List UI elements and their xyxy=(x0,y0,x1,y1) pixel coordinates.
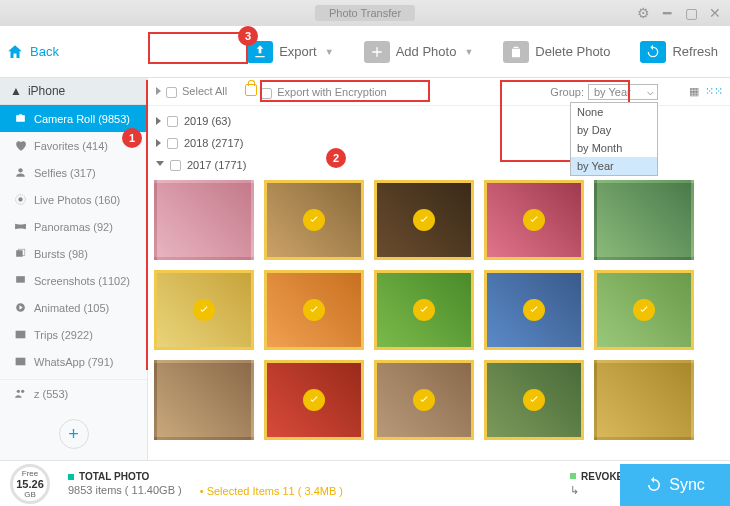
add-photo-button[interactable]: Add Photo ▼ xyxy=(358,37,480,67)
group-select[interactable]: Group: by Year None by Day by Month by Y… xyxy=(550,84,658,100)
check-icon xyxy=(193,299,215,321)
live-icon xyxy=(14,193,27,206)
photo-thumb[interactable] xyxy=(154,360,254,440)
check-icon xyxy=(523,209,545,231)
sync-icon xyxy=(645,476,663,494)
check-icon xyxy=(413,299,435,321)
photo-thumb[interactable] xyxy=(264,180,364,260)
people-icon xyxy=(14,387,27,400)
screenshot-icon xyxy=(14,274,27,287)
sidebar-item-favorites[interactable]: Favorites (414) xyxy=(0,132,147,159)
check-icon xyxy=(413,389,435,411)
sidebar-item-camera-roll[interactable]: Camera Roll (9853) xyxy=(0,105,147,132)
heart-icon xyxy=(14,139,27,152)
whatsapp-icon xyxy=(14,355,27,368)
trips-icon xyxy=(14,328,27,341)
bottombar: Free 15.26 GB TOTAL PHOTO 9853 items ( 1… xyxy=(0,460,730,506)
check-icon xyxy=(303,389,325,411)
refresh-button[interactable]: Refresh xyxy=(634,37,724,67)
device-icon: ▲ xyxy=(10,84,22,98)
photo-thumb[interactable] xyxy=(484,270,584,350)
free-space: Free 15.26 GB xyxy=(10,464,50,504)
sidebar-item-animated[interactable]: Animated (105) xyxy=(0,294,147,321)
export-encryption-toggle[interactable]: Export with Encryption xyxy=(245,84,386,99)
svg-rect-8 xyxy=(16,331,26,339)
window-title: Photo Transfer xyxy=(315,5,415,21)
animated-icon xyxy=(14,301,27,314)
photo-thumb[interactable] xyxy=(374,360,474,440)
add-photo-icon xyxy=(364,41,390,63)
sidebar-item-selfies[interactable]: Selfies (317) xyxy=(0,159,147,186)
add-album-button[interactable]: + xyxy=(59,419,89,449)
photo-thumb[interactable] xyxy=(154,270,254,350)
check-icon xyxy=(523,299,545,321)
close-icon[interactable]: ✕ xyxy=(708,6,722,20)
svg-rect-6 xyxy=(16,276,25,283)
delete-photo-button[interactable]: Delete Photo xyxy=(497,37,616,67)
group-option[interactable]: by Year xyxy=(571,157,657,175)
photo-thumb[interactable] xyxy=(154,180,254,260)
photo-thumb[interactable] xyxy=(594,270,694,350)
svg-point-2 xyxy=(18,197,22,201)
photo-thumb[interactable] xyxy=(374,270,474,350)
sidebar-item-livephotos[interactable]: Live Photos (160) xyxy=(0,186,147,213)
refresh-icon xyxy=(640,41,666,63)
export-button[interactable]: Export ▼ xyxy=(241,37,340,67)
group-option[interactable]: by Day xyxy=(571,121,657,139)
photo-thumb[interactable] xyxy=(594,180,694,260)
topbar: Back Export ▼ Add Photo ▼ Delete Photo R… xyxy=(0,26,730,78)
check-icon xyxy=(303,299,325,321)
svg-point-0 xyxy=(19,117,22,120)
svg-point-1 xyxy=(18,168,22,172)
titlebar: Photo Transfer ⚙ ━ ▢ ✕ xyxy=(0,0,730,26)
group-dropdown[interactable]: by Year xyxy=(588,84,658,100)
grid-view-icon[interactable]: ⁙⁙ xyxy=(706,84,722,100)
svg-point-11 xyxy=(21,390,24,393)
photo-thumb[interactable] xyxy=(594,360,694,440)
sidebar-item-screenshots[interactable]: Screenshots (1102) xyxy=(0,267,147,294)
annotation-line xyxy=(146,80,148,370)
group-option[interactable]: None xyxy=(571,103,657,121)
list-view-icon[interactable]: ▦ xyxy=(686,84,702,100)
lock-icon xyxy=(245,84,257,96)
check-icon xyxy=(633,299,655,321)
group-dropdown-menu[interactable]: None by Day by Month by Year xyxy=(570,102,658,176)
maximize-icon[interactable]: ▢ xyxy=(684,6,698,20)
selfie-icon xyxy=(14,166,27,179)
camera-icon xyxy=(14,112,27,125)
photo-thumb[interactable] xyxy=(264,360,364,440)
sidebar-item-panoramas[interactable]: Panoramas (92) xyxy=(0,213,147,240)
content: Select All Export with Encryption Group:… xyxy=(148,78,730,460)
sidebar-item-bursts[interactable]: Bursts (98) xyxy=(0,240,147,267)
back-label: Back xyxy=(30,44,59,59)
select-all-checkbox[interactable]: Select All xyxy=(156,85,227,98)
options-row: Select All Export with Encryption Group:… xyxy=(148,78,730,106)
sidebar-device[interactable]: ▲ iPhone xyxy=(0,78,147,105)
minimize-icon[interactable]: ━ xyxy=(660,6,674,20)
photo-grid xyxy=(148,180,730,456)
chevron-down-icon: ▼ xyxy=(325,47,334,57)
photo-thumb[interactable] xyxy=(484,180,584,260)
selected-stat: • Selected Items 11 ( 3.4MB ) xyxy=(200,471,343,497)
panorama-icon xyxy=(14,220,27,233)
svg-point-10 xyxy=(17,390,20,393)
sidebar-item-z[interactable]: z (553) xyxy=(0,379,147,407)
chevron-down-icon: ▼ xyxy=(464,47,473,57)
gear-icon[interactable]: ⚙ xyxy=(636,6,650,20)
main: ▲ iPhone Camera Roll (9853) Favorites (4… xyxy=(0,78,730,460)
sync-button[interactable]: Sync xyxy=(620,464,730,506)
total-photo-stat: TOTAL PHOTO 9853 items ( 11.40GB ) xyxy=(68,471,182,496)
sidebar-item-whatsapp[interactable]: WhatsApp (791) xyxy=(0,348,147,375)
view-switch[interactable]: ▦ ⁙⁙ xyxy=(686,84,722,100)
photo-thumb[interactable] xyxy=(374,180,474,260)
photo-thumb[interactable] xyxy=(264,270,364,350)
check-icon xyxy=(303,209,325,231)
photo-thumb[interactable] xyxy=(484,360,584,440)
check-icon xyxy=(413,209,435,231)
back-button[interactable]: Back xyxy=(6,43,59,61)
home-icon xyxy=(6,43,24,61)
check-icon xyxy=(523,389,545,411)
sidebar: ▲ iPhone Camera Roll (9853) Favorites (4… xyxy=(0,78,148,460)
sidebar-item-trips[interactable]: Trips (2922) xyxy=(0,321,147,348)
group-option[interactable]: by Month xyxy=(571,139,657,157)
